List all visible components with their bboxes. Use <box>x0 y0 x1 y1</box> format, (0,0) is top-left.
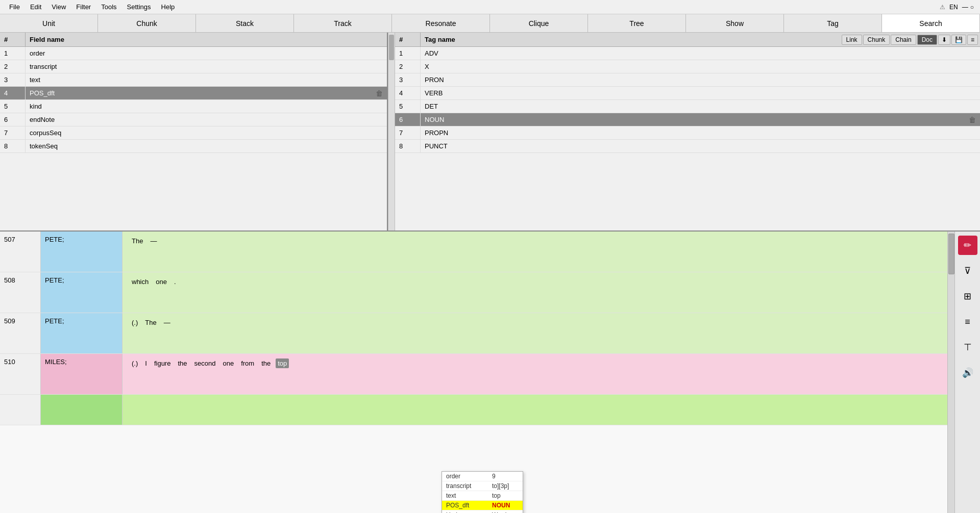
btn-link[interactable]: Link <box>842 35 862 45</box>
token-510-i[interactable]: I <box>143 358 149 368</box>
left-row-7[interactable]: 7 corpusSeq <box>0 126 387 140</box>
menu-btn[interactable]: ≡ <box>967 35 978 45</box>
token-508-period[interactable]: . <box>172 277 178 287</box>
top-section: # Field name 1 order 2 transcript 3 text… <box>0 33 980 232</box>
token-510-the2[interactable]: the <box>259 358 273 368</box>
tab-tree[interactable]: Tree <box>588 14 686 32</box>
left-row-6[interactable]: 6 endNote <box>0 113 387 126</box>
left-row-8[interactable]: 8 tokenSeq <box>0 140 387 153</box>
tab-stack[interactable]: Stack <box>196 14 294 32</box>
left-row-name-8: tokenSeq <box>26 140 387 152</box>
menu-tools[interactable]: Tools <box>96 2 121 12</box>
left-row-3[interactable]: 3 text <box>0 73 387 87</box>
popup-val-text: top <box>492 492 519 499</box>
left-row-5[interactable]: 5 kind <box>0 100 387 113</box>
token-510-the[interactable]: the <box>176 358 189 368</box>
content-510: (.) I figure the second one from the top <box>122 354 947 394</box>
tab-resonate[interactable]: Resonate <box>392 14 490 32</box>
right-delete-6[interactable]: 🗑 <box>965 116 980 124</box>
left-row-num-2: 2 <box>0 60 26 73</box>
menu-bar: File Edit View Filter Tools Settings Hel… <box>0 0 980 14</box>
right-row-4[interactable]: 4 VERB <box>395 87 980 100</box>
menu-help[interactable]: Help <box>156 2 180 12</box>
tab-chunk[interactable]: Chunk <box>98 14 196 32</box>
tab-clique[interactable]: Clique <box>490 14 588 32</box>
corpus-scrollbar[interactable] <box>947 232 954 513</box>
speaker-507: PETE; <box>41 232 122 272</box>
corpus-scroll-thumb[interactable] <box>948 234 954 274</box>
token-510-paren[interactable]: (.) <box>130 358 140 368</box>
lines-tool-icon[interactable]: ≡ <box>958 312 977 331</box>
right-row-7[interactable]: 7 PROPN <box>395 126 980 140</box>
menu-file[interactable]: File <box>4 2 25 12</box>
left-scroll-thumb[interactable] <box>389 35 394 60</box>
pencil-tool-icon[interactable]: ✏ <box>958 236 977 255</box>
corpus-view: 507 PETE; The — 508 PETE; which one . <box>0 232 947 513</box>
token-510-one[interactable]: one <box>220 358 236 368</box>
left-delete-4[interactable]: 🗑 <box>372 89 387 97</box>
token-508-which[interactable]: which <box>130 277 151 287</box>
token-507-dash[interactable]: — <box>148 236 159 246</box>
menu-view[interactable]: View <box>46 2 71 12</box>
right-row-3[interactable]: 3 PRON <box>395 73 980 87</box>
token-508-one[interactable]: one <box>154 277 169 287</box>
right-row-name-8: PUNCT <box>421 140 980 152</box>
right-row-num-4: 4 <box>395 87 421 99</box>
window-maximize[interactable]: ○ <box>970 4 974 11</box>
right-row-num-8: 8 <box>395 140 421 152</box>
right-row-num-1: 1 <box>395 47 421 60</box>
right-row-6[interactable]: 6 NOUN 🗑 <box>395 113 980 126</box>
btn-doc[interactable]: Doc <box>917 35 937 45</box>
right-row-num-6: 6 <box>395 113 421 126</box>
left-row-2[interactable]: 2 transcript <box>0 60 387 73</box>
download-btn[interactable]: ⬇ <box>938 35 950 45</box>
window-minimize[interactable]: — <box>962 4 968 11</box>
left-row-4[interactable]: 4 POS_dft 🗑 <box>0 87 387 100</box>
left-row-num-1: 1 <box>0 47 26 60</box>
token-510-figure[interactable]: figure <box>152 358 173 368</box>
btn-chain[interactable]: Chain <box>891 35 916 45</box>
menu-filter[interactable]: Filter <box>71 2 96 12</box>
left-vertical-scrollbar[interactable] <box>388 33 395 230</box>
filter-tool-icon[interactable]: ⊽ <box>958 261 977 280</box>
token-507-the[interactable]: The <box>130 236 145 246</box>
left-row-num-7: 7 <box>0 126 26 139</box>
menu-settings[interactable]: Settings <box>122 2 156 12</box>
token-509-paren[interactable]: (.) <box>130 318 140 327</box>
right-row-num-5: 5 <box>395 100 421 113</box>
menu-edit[interactable]: Edit <box>25 2 46 12</box>
token-509-dash[interactable]: — <box>162 318 173 327</box>
hierarchy-tool-icon[interactable]: ⊤ <box>958 338 977 357</box>
tab-track[interactable]: Track <box>294 14 392 32</box>
row-num-510: 510 <box>0 354 41 394</box>
volume-tool-icon[interactable]: 🔊 <box>958 363 977 382</box>
right-row-name-2: X <box>421 60 980 73</box>
right-row-2[interactable]: 2 X <box>395 60 980 73</box>
token-509-the[interactable]: The <box>143 318 158 327</box>
btn-chunk[interactable]: Chunk <box>863 35 890 45</box>
left-row-num-5: 5 <box>0 100 26 113</box>
locale-indicator: EN <box>949 4 958 11</box>
tab-search[interactable]: Search <box>882 14 980 32</box>
row-num-511 <box>0 395 41 425</box>
token-510-top[interactable]: top <box>276 358 289 368</box>
right-row-8[interactable]: 8 PUNCT <box>395 140 980 153</box>
left-row-num-8: 8 <box>0 140 26 152</box>
right-row-1[interactable]: 1 ADV <box>395 47 980 60</box>
token-510-second[interactable]: second <box>192 358 218 368</box>
tab-unit[interactable]: Unit <box>0 14 98 32</box>
content-509: (.) The — <box>122 313 947 353</box>
table-tool-icon[interactable]: ⊞ <box>958 287 977 306</box>
speaker-510: MILES; <box>41 354 122 394</box>
save-btn[interactable]: 💾 <box>951 35 966 45</box>
warning-icon: ⚠ <box>940 4 945 11</box>
tab-show[interactable]: Show <box>686 14 784 32</box>
tab-tag[interactable]: Tag <box>784 14 882 32</box>
popup-row-kind: kind Word <box>442 510 523 513</box>
right-btn-group: Link Chunk Chain Doc ⬇ 💾 ≡ <box>840 34 980 46</box>
content-511 <box>122 395 947 425</box>
left-row-1[interactable]: 1 order <box>0 47 387 60</box>
right-row-5[interactable]: 5 DET <box>395 100 980 113</box>
row-num-508: 508 <box>0 272 41 313</box>
token-510-from[interactable]: from <box>239 358 256 368</box>
